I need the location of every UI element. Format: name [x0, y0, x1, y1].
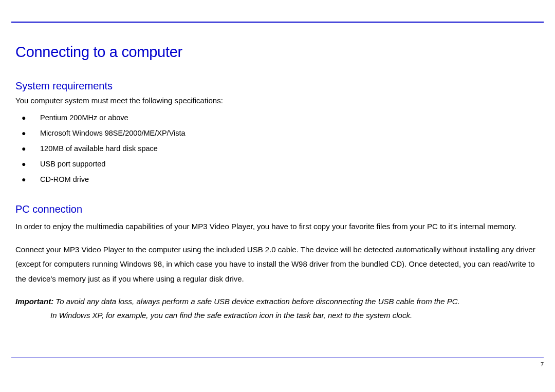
section-heading-system-requirements: System requirements: [15, 80, 540, 92]
system-requirements-list: Pentium 200MHz or above Microsoft Window…: [15, 110, 540, 187]
important-label: Important:: [15, 297, 53, 306]
page-title: Connecting to a computer: [15, 44, 540, 61]
top-horizontal-rule: [11, 22, 544, 23]
section-pc-connection: PC connection In order to enjoy the mult…: [15, 203, 540, 322]
list-item: 120MB of available hard disk space: [15, 141, 540, 156]
bottom-horizontal-rule: [11, 358, 544, 359]
pc-connection-para1: In order to enjoy the multimedia capabil…: [15, 219, 540, 234]
list-item: Microsoft Windows 98SE/2000/ME/XP/Vista: [15, 125, 540, 141]
page-number: 7: [541, 361, 544, 367]
list-item: Pentium 200MHz or above: [15, 110, 540, 125]
important-line2: In Windows XP, for example, you can find…: [15, 308, 540, 322]
pc-connection-para2: Connect your MP3 Video Player to the com…: [15, 242, 540, 287]
section-heading-pc-connection: PC connection: [15, 203, 540, 215]
list-item: CD-ROM drive: [15, 172, 540, 187]
list-item: USB port supported: [15, 156, 540, 172]
page-content: Connecting to a computer System requirem…: [15, 44, 540, 322]
important-line1: To avoid any data loss, always perform a…: [53, 297, 460, 306]
section-system-requirements: System requirements You computer system …: [15, 80, 540, 187]
system-requirements-intro: You computer system must meet the follow…: [15, 96, 540, 105]
important-note: Important: To avoid any data loss, alway…: [15, 294, 540, 322]
